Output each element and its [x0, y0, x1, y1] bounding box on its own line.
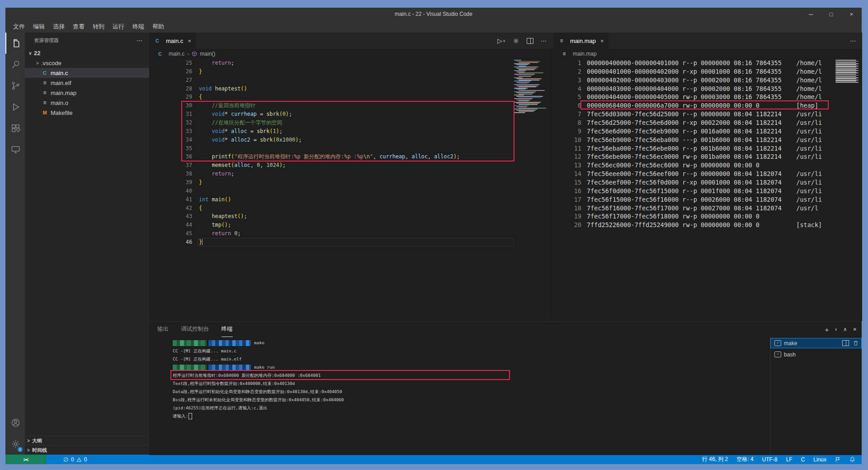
panel-actions: + ∨ ∧ × [825, 322, 857, 337]
terminal-dropdown-icon[interactable]: ∨ [835, 328, 837, 332]
account-icon[interactable] [5, 412, 25, 433]
more-actions-icon[interactable]: ⋯ [541, 38, 547, 44]
maximize-button[interactable]: □ [821, 8, 841, 20]
panel-tab-调试控制台[interactable]: 调试控制台 [181, 322, 209, 337]
tab-main-c[interactable]: C main.c × [149, 33, 196, 49]
minimize-button[interactable]: ─ [801, 8, 821, 20]
code-text: heaptest(); [192, 212, 247, 221]
explorer-icon[interactable] [5, 33, 25, 54]
search-icon[interactable] [5, 54, 25, 75]
tree-item-.vscode[interactable]: >.vscode [25, 58, 149, 68]
sidebar-more-icon[interactable]: ⋯ [137, 37, 143, 44]
breadcrumb-symbol[interactable]: main() [200, 51, 215, 57]
menu-item-编辑[interactable]: 编辑 [29, 23, 49, 31]
minimap[interactable] [513, 60, 548, 114]
gear-icon[interactable] [513, 38, 519, 44]
tree-item-main.c[interactable]: Cmain.c [25, 68, 149, 78]
line-number: 6 [553, 101, 581, 110]
more-actions-icon[interactable]: ⋯ [850, 38, 856, 44]
terminal-instance-make[interactable]: >make [770, 338, 862, 348]
remote-indicator[interactable]: >< [5, 455, 46, 464]
map-line: 4000000403000-000000404000 r--p 00002000… [553, 85, 862, 93]
menu-item-查看[interactable]: 查看 [69, 23, 89, 31]
folder-root-row[interactable]: ∨ 22 [25, 48, 149, 58]
tab-main-map[interactable]: ≡ main.map × [553, 33, 609, 49]
line-number: 31 [149, 110, 192, 119]
sidebar-section-大纲[interactable]: >大纲 [25, 436, 149, 445]
status-item[interactable]: 行 46, 列 2 [702, 456, 728, 463]
code-editor[interactable]: 25 return;26}2728void heaptest()29{30 //… [149, 59, 553, 321]
close-button[interactable]: × [841, 8, 862, 20]
split-terminal-icon[interactable] [842, 340, 849, 346]
line-number: 25 [149, 59, 192, 67]
map-line: 2000000401000-000000402000 r-xp 00001000… [553, 67, 862, 76]
chevron-right-icon: > [34, 61, 41, 66]
sidebar-section-时间线[interactable]: >时间线 [25, 445, 149, 455]
terminal-icon: > [774, 340, 781, 346]
menu-item-运行[interactable]: 运行 [108, 23, 128, 31]
status-item[interactable]: C [801, 456, 805, 463]
tab-close-icon[interactable]: × [188, 38, 191, 44]
split-editor-icon[interactable] [527, 38, 533, 44]
code-text: return 0; [192, 229, 241, 238]
panel-tab-终端[interactable]: 终端 [222, 322, 233, 337]
settings-gear-icon[interactable]: 1 [5, 433, 25, 455]
menu-item-终端[interactable]: 终端 [128, 23, 148, 31]
map-breadcrumb[interactable]: ≡ main.map [553, 49, 862, 59]
new-terminal-icon[interactable]: + [825, 326, 829, 333]
terminal-text: Text段,程序运行时指令数据开始:0x400000,结束:0x40130d [173, 380, 295, 388]
tree-item-main.elf[interactable]: ≡main.elf [25, 78, 149, 88]
run-debug-icon[interactable] [5, 96, 25, 118]
line-number: 7 [553, 110, 581, 119]
close-panel-icon[interactable]: × [853, 326, 857, 333]
code-text: void* currheap = sbrk(0); [192, 110, 292, 119]
status-item[interactable]: 空格: 4 [736, 456, 753, 463]
breadcrumb-file[interactable]: main.c [169, 51, 184, 57]
status-item[interactable]: LF [786, 456, 793, 463]
code-text: int main() [192, 195, 231, 204]
map-editor[interactable]: 1000000400000-000000401000 r--p 00000000… [553, 59, 862, 321]
menu-item-转到[interactable]: 转到 [89, 23, 108, 31]
notifications-bell-icon[interactable] [849, 456, 855, 462]
map-text: 7fec56eba000-7fec56ebe000 r--p 001b6000 … [581, 144, 822, 153]
menu-item-帮助[interactable]: 帮助 [148, 23, 168, 31]
kill-terminal-icon[interactable] [853, 340, 859, 346]
remote-explorer-icon[interactable] [5, 139, 25, 160]
map-minimap[interactable] [835, 60, 861, 83]
maximize-panel-icon[interactable]: ∧ [843, 326, 847, 332]
error-icon [63, 457, 69, 462]
terminal-output[interactable]: makeCC -[M] 正在构建... main.cCC -[M] 正在构建..… [149, 337, 770, 455]
breadcrumb-file[interactable]: main.map [573, 51, 597, 57]
tree-item-Makefile[interactable]: MMakefile [25, 108, 149, 118]
line-number: 44 [149, 221, 192, 229]
source-control-icon[interactable] [5, 75, 25, 96]
line-number: 15 [553, 178, 581, 187]
menu-item-文件[interactable]: 文件 [9, 23, 29, 31]
tree-item-label: main.c [51, 70, 68, 76]
file-icon: ≡ [558, 37, 565, 44]
line-number: 18 [553, 204, 581, 213]
map-text: 7fec56f16000-7fec56f17000 rw-p 00027000 … [581, 204, 818, 213]
line-number: 2 [553, 67, 581, 76]
breadcrumb[interactable]: C main.c › main() [149, 49, 553, 59]
settings-badge: 1 [18, 447, 23, 452]
line-number: 17 [553, 195, 581, 204]
line-number: 27 [149, 76, 192, 85]
run-code-button[interactable]: ▷∨ [497, 37, 505, 44]
tree-item-main.map[interactable]: ≡main.map [25, 88, 149, 98]
tree-item-main.o[interactable]: ≡main.o [25, 98, 149, 108]
problems-status[interactable]: 0 0 [63, 456, 87, 463]
menu-item-选择[interactable]: 选择 [49, 23, 69, 31]
feedback-icon[interactable] [835, 456, 841, 462]
folder-root-label: 22 [34, 50, 40, 57]
terminal-instance-bash[interactable]: >bash [770, 349, 862, 360]
map-text: 7fec56f17000-7fec56f18000 rw-p 00000000 … [581, 212, 760, 221]
warning-count: 0 [84, 456, 87, 463]
status-item[interactable]: UTF-8 [762, 456, 778, 463]
tab-close-icon[interactable]: × [600, 38, 604, 44]
code-text: } [192, 67, 202, 76]
status-item[interactable]: Linux [813, 456, 826, 463]
panel-tab-输出[interactable]: 输出 [157, 322, 169, 337]
line-number: 5 [553, 93, 581, 101]
extensions-icon[interactable] [5, 118, 25, 139]
